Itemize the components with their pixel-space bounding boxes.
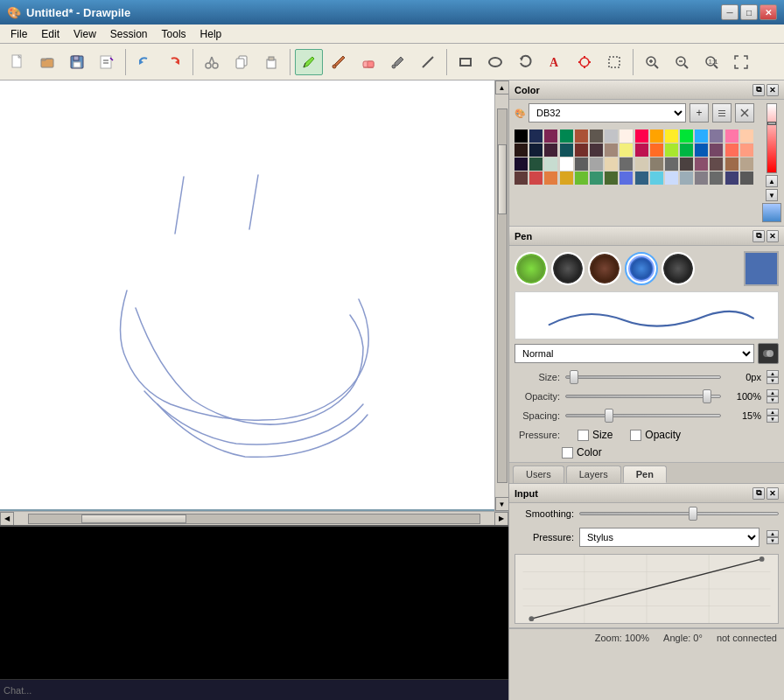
color-cell[interactable] [605, 144, 618, 157]
tab-users[interactable]: Users [513, 466, 564, 483]
color-cell[interactable] [665, 144, 678, 157]
color-cell[interactable] [575, 130, 588, 143]
add-palette-button[interactable]: + [690, 103, 709, 122]
palette-menu-button[interactable] [712, 103, 732, 122]
color-hue-slider[interactable] [766, 103, 777, 173]
color-cell[interactable] [590, 130, 603, 143]
size-increment[interactable]: ▲ [766, 370, 779, 377]
brush-blue-button[interactable] [625, 252, 658, 285]
color-cell[interactable] [514, 158, 528, 171]
color-cell[interactable] [514, 130, 528, 143]
eyedropper-button[interactable] [384, 49, 412, 75]
color-cell[interactable] [740, 130, 753, 143]
line-tool-button[interactable] [414, 49, 442, 75]
save-button[interactable] [63, 49, 91, 75]
color-cell[interactable] [620, 144, 633, 157]
color-cell[interactable] [620, 158, 633, 171]
color-cell[interactable] [635, 172, 648, 185]
color-cell[interactable] [665, 158, 678, 171]
size-slider-thumb[interactable] [570, 370, 578, 384]
pen-panel-close-button[interactable]: ✕ [766, 230, 779, 242]
color-cell[interactable] [725, 172, 738, 185]
color-cell[interactable] [544, 172, 557, 185]
cut-button[interactable] [198, 49, 226, 75]
size-spinner[interactable]: ▲ ▼ [766, 370, 779, 384]
pressure-mode-select[interactable]: StylusMouseDistanceVelocity [579, 528, 760, 547]
color-cell[interactable] [650, 144, 663, 157]
color-cell[interactable] [725, 158, 738, 171]
new-button[interactable] [4, 49, 32, 75]
brush-tool-button[interactable] [325, 49, 353, 75]
color-cell[interactable] [635, 158, 648, 171]
chat-input[interactable] [4, 685, 505, 696]
color-cell[interactable] [635, 130, 648, 143]
copy-button[interactable] [228, 49, 256, 75]
redo-button[interactable] [160, 49, 188, 75]
opacity-decrement[interactable]: ▼ [766, 396, 779, 403]
pen-tool-button[interactable] [295, 49, 323, 75]
tab-layers[interactable]: Layers [566, 466, 621, 483]
spacing-decrement[interactable]: ▼ [766, 416, 779, 423]
color-panel-close-button[interactable]: ✕ [766, 84, 779, 96]
paste-button[interactable] [257, 49, 285, 75]
vertical-scroll-thumb[interactable] [498, 144, 507, 214]
brush-color-swatch[interactable] [744, 251, 779, 286]
spacing-spinner[interactable]: ▲ ▼ [766, 409, 779, 423]
color-cell[interactable] [529, 158, 542, 171]
spacing-slider-track[interactable] [565, 409, 721, 423]
menu-item-view[interactable]: View [66, 26, 103, 42]
color-palette-select[interactable]: DB32 [528, 103, 686, 122]
vertical-scroll-track[interactable] [497, 108, 508, 483]
menu-item-help[interactable]: Help [193, 26, 229, 42]
color-cell[interactable] [514, 144, 528, 157]
pressure-color-box[interactable] [562, 447, 573, 458]
hue-thumb[interactable] [767, 122, 776, 125]
pressure-size-checkbox[interactable]: Size [578, 429, 612, 441]
menu-item-edit[interactable]: Edit [34, 26, 66, 42]
zoom-fit-button[interactable] [727, 49, 755, 75]
open-button[interactable] [33, 49, 61, 75]
color-cell[interactable] [635, 144, 648, 157]
opacity-increment[interactable]: ▲ [766, 389, 779, 396]
color-cell[interactable] [740, 172, 753, 185]
color-up-button[interactable]: ▲ [766, 175, 778, 187]
color-cell[interactable] [620, 130, 633, 143]
horizontal-scroll-track[interactable] [28, 514, 480, 524]
color-panel-float-button[interactable]: ⧉ [752, 84, 765, 96]
color-cell[interactable] [650, 172, 663, 185]
color-cell[interactable] [560, 158, 573, 171]
input-panel-float-button[interactable]: ⧉ [752, 487, 765, 500]
brush-green-button[interactable] [514, 252, 548, 285]
color-cell[interactable] [544, 158, 557, 171]
color-cell[interactable] [529, 130, 542, 143]
color-cell[interactable] [560, 144, 573, 157]
blend-mode-select[interactable]: NormalMultiplyScreenOverlayDarkenLighten… [514, 344, 754, 363]
pen-panel-float-button[interactable]: ⧉ [752, 230, 765, 242]
smoothing-thumb[interactable] [689, 507, 697, 521]
color-cell[interactable] [710, 172, 723, 185]
horizontal-scrollbar[interactable]: ◀ ▶ [0, 511, 508, 525]
laser-tool-button[interactable] [570, 49, 598, 75]
color-cell[interactable] [590, 158, 603, 171]
menu-item-tools[interactable]: Tools [155, 26, 193, 42]
canvas-wrapper[interactable] [0, 80, 494, 511]
color-cell[interactable] [665, 130, 678, 143]
color-cell[interactable] [665, 172, 678, 185]
color-cell[interactable] [605, 158, 618, 171]
rect-tool-button[interactable] [452, 49, 480, 75]
text-tool-button[interactable]: A [541, 49, 569, 75]
scroll-down-button[interactable]: ▼ [495, 497, 509, 511]
color-cell[interactable] [529, 172, 542, 185]
color-cell[interactable] [605, 130, 618, 143]
undo-button[interactable] [130, 49, 158, 75]
pressure-decrement[interactable]: ▼ [766, 537, 779, 544]
ellipse-tool-button[interactable] [481, 49, 509, 75]
pressure-curve[interactable] [514, 554, 779, 624]
color-cell[interactable] [575, 172, 588, 185]
color-cell[interactable] [529, 144, 542, 157]
color-cell[interactable] [605, 172, 618, 185]
color-cell[interactable] [575, 158, 588, 171]
color-cell[interactable] [710, 144, 723, 157]
opacity-slider-track[interactable] [565, 389, 721, 403]
opacity-slider-thumb[interactable] [703, 389, 711, 403]
